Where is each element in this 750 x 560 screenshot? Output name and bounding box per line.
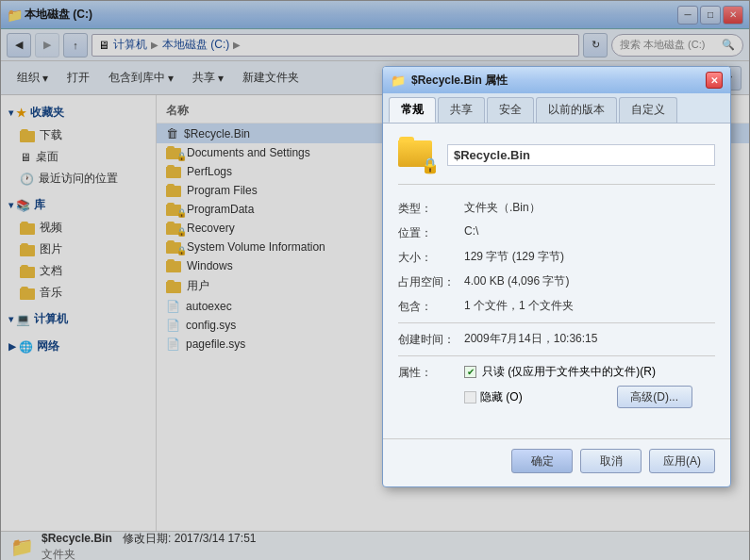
type-value: 文件夹（.Bin） [464,200,715,216]
readonly-label: 只读 (仅应用于文件夹中的文件)(R) [482,364,656,380]
size-on-disk-label: 占用空间： [398,273,464,290]
prop-separator [398,322,715,323]
tab-security[interactable]: 安全 [487,97,534,123]
created-value: 2009年7月14日，10:36:15 [464,331,715,347]
attributes-container: ✔ 只读 (仅应用于文件夹中的文件)(R) 隐藏 (O) 高级(D)... [464,364,715,414]
readonly-checkbox[interactable]: ✔ [464,366,476,378]
hidden-attr-row: 隐藏 (O) 高级(D)... [464,386,715,408]
hidden-checkbox-group: 隐藏 (O) [464,389,523,405]
prop-row-size-on-disk: 占用空间： 4.00 KB (4,096 字节) [398,273,715,290]
hidden-label: 隐藏 (O) [480,389,523,405]
dialog-header-section: 🔒 $Recycle.Bin [398,137,715,185]
prop-row-size: 大小： 129 字节 (129 字节) [398,249,715,266]
dialog-title-icon: 📁 [391,74,406,88]
dialog-footer: 确定 取消 应用(A) [383,438,730,486]
ok-button[interactable]: 确定 [511,449,573,473]
contains-value: 1 个文件，1 个文件夹 [464,298,715,314]
created-label: 创建时间： [398,331,464,348]
lock-overlay-icon: 🔒 [421,156,440,174]
dialog-title-text: $Recycle.Bin 属性 [411,73,700,89]
prop-row-contains: 包含： 1 个文件，1 个文件夹 [398,298,715,315]
dialog-file-name: $Recycle.Bin [447,144,715,166]
location-label: 位置： [398,224,464,241]
tab-share[interactable]: 共享 [438,97,485,123]
properties-dialog: 📁 $Recycle.Bin 属性 ✕ 常规 共享 安全 以前的版本 自定义 🔒… [382,66,731,487]
type-label: 类型： [398,200,464,217]
size-on-disk-value: 4.00 KB (4,096 字节) [464,273,715,289]
prop-separator2 [398,355,715,356]
contains-label: 包含： [398,298,464,315]
prop-row-attributes: 属性： ✔ 只读 (仅应用于文件夹中的文件)(R) 隐藏 (O) 高级(D)..… [398,364,715,414]
cancel-button[interactable]: 取消 [580,449,642,473]
tab-previous-versions[interactable]: 以前的版本 [536,97,617,123]
dialog-tabs: 常规 共享 安全 以前的版本 自定义 [383,93,730,124]
hidden-checkbox[interactable] [464,391,476,404]
size-label: 大小： [398,249,464,266]
dialog-close-button[interactable]: ✕ [706,72,723,89]
advanced-button[interactable]: 高级(D)... [617,386,692,408]
dialog-file-icon: 🔒 [398,137,436,173]
size-value: 129 字节 (129 字节) [464,249,715,265]
readonly-attr-row: ✔ 只读 (仅应用于文件夹中的文件)(R) [464,364,715,380]
prop-row-location: 位置： C:\ [398,224,715,241]
prop-row-type: 类型： 文件夹（.Bin） [398,200,715,217]
attributes-label: 属性： [398,364,464,381]
tab-general[interactable]: 常规 [389,97,436,123]
dialog-title-bar: 📁 $Recycle.Bin 属性 ✕ [383,67,730,93]
location-value: C:\ [464,224,715,238]
dialog-content: 🔒 $Recycle.Bin 类型： 文件夹（.Bin） 位置： C:\ 大小：… [383,124,730,435]
tab-customize[interactable]: 自定义 [619,97,677,123]
prop-row-created: 创建时间： 2009年7月14日，10:36:15 [398,331,715,348]
apply-button[interactable]: 应用(A) [649,449,715,473]
